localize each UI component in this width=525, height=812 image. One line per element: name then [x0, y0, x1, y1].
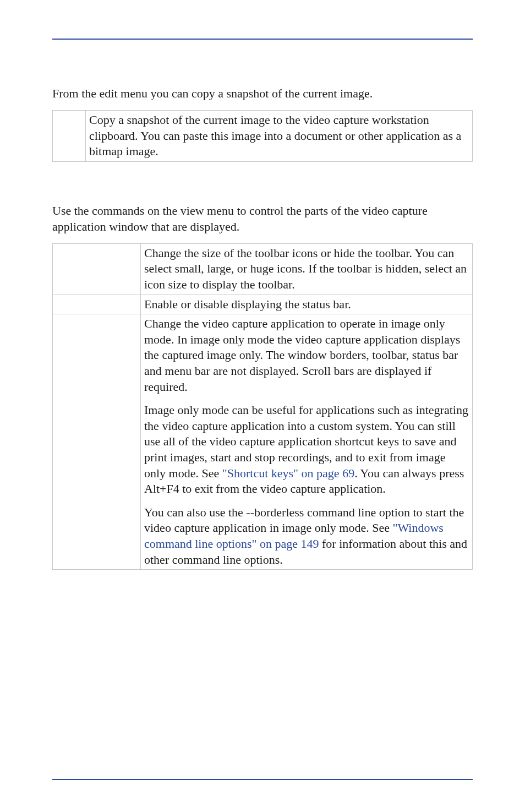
row-label: [53, 111, 86, 162]
edit-menu-table: Copy a snapshot of the current image to …: [52, 110, 473, 162]
row-label: [53, 314, 141, 570]
row-description: Copy a snapshot of the current image to …: [86, 111, 473, 162]
top-rule: [52, 39, 473, 40]
row-description: Change the video capture application to …: [141, 314, 473, 570]
table-row: Enable or disable displaying the status …: [53, 295, 473, 314]
table-row: Copy a snapshot of the current image to …: [53, 111, 473, 162]
paragraph: Image only mode can be useful for applic…: [144, 402, 469, 497]
view-menu-table: Change the size of the toolbar icons or …: [52, 243, 473, 570]
page-content: From the edit menu you can copy a snapsh…: [52, 85, 473, 570]
paragraph: You can also use the --borderless comman…: [144, 505, 469, 568]
view-menu-intro: Use the commands on the view menu to con…: [52, 203, 473, 235]
table-row: Change the size of the toolbar icons or …: [53, 243, 473, 295]
cross-reference-link[interactable]: "Shortcut keys" on page 69: [222, 466, 354, 480]
row-label: [53, 243, 141, 295]
table-row: Change the video capture application to …: [53, 314, 473, 570]
paragraph: Change the video capture application to …: [144, 316, 469, 395]
paragraph: Change the size of the toolbar icons or …: [144, 246, 469, 293]
cross-reference-link[interactable]: "Windows command line options" on page 1…: [144, 521, 444, 551]
row-description: Enable or disable displaying the status …: [141, 295, 473, 314]
bottom-rule: [52, 779, 473, 780]
row-description: Change the size of the toolbar icons or …: [141, 243, 473, 295]
row-label: [53, 295, 141, 314]
edit-menu-intro: From the edit menu you can copy a snapsh…: [52, 85, 473, 101]
paragraph: Enable or disable displaying the status …: [144, 297, 469, 313]
